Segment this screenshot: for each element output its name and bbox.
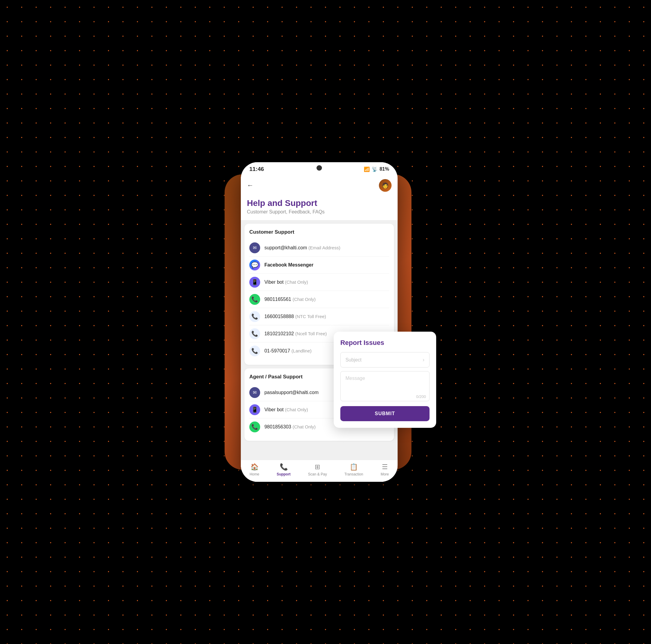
report-issues-title: Report Issues (340, 339, 430, 347)
customer-support-title: Customer Support (249, 229, 389, 235)
avatar-icon: 🧑 (382, 182, 389, 189)
message-placeholder: Message (345, 376, 365, 381)
page-title: Help and Support (247, 198, 392, 208)
status-icons: 📶 📡 81% (364, 166, 389, 172)
char-counter: 0/200 (416, 394, 426, 399)
avatar[interactable]: 🧑 (379, 179, 392, 192)
item-text: 18102102102 (Ncell Toll Free) (264, 331, 327, 336)
item-text: 9801165561 (Chat Only) (264, 297, 315, 302)
viber-icon: 📱 (249, 404, 260, 415)
screen-header: ← 🧑 (241, 175, 398, 196)
item-value: support@khalti.com (264, 245, 307, 250)
wifi-icon: 📶 (364, 166, 370, 172)
nav-label-transaction: Transaction (344, 472, 363, 477)
message-container: Message 0/200 (340, 371, 430, 401)
nav-item-scan[interactable]: ⊞ Scan & Pay (308, 463, 327, 477)
signal-icon: 📡 (372, 166, 378, 172)
title-section: Help and Support Customer Support, Feedb… (241, 196, 398, 220)
email-icon: ✉ (249, 387, 260, 398)
nav-item-support[interactable]: 📞 Support (277, 463, 290, 477)
phone-icon: 📞 (249, 311, 260, 322)
subject-dropdown[interactable]: Subject › (340, 352, 430, 368)
item-text: 9801856303 (Chat Only) (264, 424, 315, 430)
list-item[interactable]: 📞 9801165561 (Chat Only) (249, 291, 389, 308)
notch-camera (316, 165, 322, 171)
nav-item-transaction[interactable]: 📋 Transaction (344, 463, 363, 477)
chevron-right-icon: › (423, 357, 424, 363)
phone-icon: 📞 (249, 345, 260, 356)
whatsapp-icon: 📞 (249, 294, 260, 305)
nav-label-more: More (381, 472, 389, 477)
nav-label-scan: Scan & Pay (308, 472, 327, 477)
item-text: pasalsupport@khalti.com (264, 390, 318, 395)
scan-icon: ⊞ (315, 463, 320, 471)
submit-button[interactable]: SUBMIT (340, 406, 430, 421)
nav-label-support: Support (277, 472, 290, 477)
report-issues-card: Report Issues Subject › Message 0/200 SU… (334, 332, 436, 428)
item-text: 16600158888 (NTC Toll Free) (264, 314, 326, 319)
list-item[interactable]: ✉ support@khalti.com (Email Address) (249, 239, 389, 256)
whatsapp-icon: 📞 (249, 422, 260, 432)
item-text: Viber bot (Chat Only) (264, 279, 308, 285)
phone-icon: 📞 (249, 328, 260, 339)
viber-icon: 📱 (249, 277, 260, 288)
item-text: 01-5970017 (Landline) (264, 348, 312, 354)
nav-item-home[interactable]: 🏠 Home (250, 463, 259, 477)
status-time: 11:46 (249, 166, 264, 173)
list-item[interactable]: 💬 Facebook Messenger (249, 256, 389, 274)
bottom-navigation: 🏠 Home 📞 Support ⊞ Scan & Pay 📋 Transact… (241, 460, 398, 482)
subject-placeholder: Subject (345, 357, 361, 362)
transaction-icon: 📋 (350, 463, 358, 471)
nav-item-more[interactable]: ☰ More (381, 463, 389, 477)
page-subtitle: Customer Support, Feedback, FAQs (247, 209, 392, 215)
status-bar: 11:46 📶 📡 81% (241, 162, 398, 175)
battery-icon: 81% (379, 166, 389, 172)
phone-frame: 11:46 📶 📡 81% ← 🧑 Help and Support Custo… (241, 162, 398, 482)
email-icon: ✉ (249, 242, 260, 253)
list-item[interactable]: 📱 Viber bot (Chat Only) (249, 274, 389, 291)
item-label: (Email Address) (308, 245, 340, 250)
item-text: Viber bot (Chat Only) (264, 407, 308, 412)
notch (292, 162, 346, 174)
nav-label-home: Home (250, 472, 259, 477)
item-text: support@khalti.com (Email Address) (264, 245, 340, 250)
list-item[interactable]: 📞 16600158888 (NTC Toll Free) (249, 308, 389, 325)
more-icon: ☰ (382, 463, 388, 471)
messenger-icon: 💬 (249, 259, 260, 271)
phone-screen: ← 🧑 Help and Support Customer Support, F… (241, 175, 398, 482)
back-button[interactable]: ← (247, 182, 253, 189)
support-icon: 📞 (280, 463, 288, 471)
home-icon: 🏠 (250, 463, 258, 471)
item-text: Facebook Messenger (264, 262, 313, 268)
